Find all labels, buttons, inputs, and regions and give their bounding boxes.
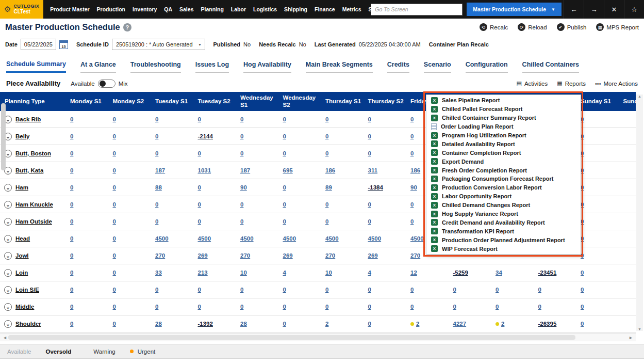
value-link[interactable]: 4500 [410, 235, 424, 242]
forward-icon[interactable]: → [584, 0, 604, 19]
value-link[interactable]: 0 [581, 287, 584, 293]
value-link[interactable]: 0 [368, 304, 371, 310]
report-menu-item-order-loading-plan-report[interactable]: Order Loading Plan Report [426, 122, 581, 131]
activities-button[interactable]: ▤ Activities [516, 80, 548, 87]
value-link[interactable]: 33 [155, 270, 162, 276]
menu-item-inventory[interactable]: Inventory [129, 6, 160, 12]
value-link[interactable]: -1392 [198, 321, 213, 327]
planning-type-label[interactable]: Ham Outside [15, 218, 52, 225]
value-link[interactable]: 270 [410, 252, 420, 259]
value-link[interactable]: 4500 [198, 235, 211, 242]
value-link[interactable]: 0 [410, 150, 414, 156]
value-link[interactable]: 0 [410, 287, 414, 293]
value-link[interactable]: -26395 [538, 321, 557, 327]
app-logo[interactable]: ⚙ CUTLOGIX CLTest [0, 0, 43, 19]
report-menu-item-labor-opportunity-report[interactable]: XLabor Opportunity Report [426, 192, 581, 201]
value-link[interactable]: 0 [70, 321, 73, 327]
value-link[interactable]: 0 [113, 252, 116, 259]
report-menu-item-detailed-availability-report[interactable]: XDetailed Availability Report [426, 139, 581, 148]
value-link[interactable]: 187 [240, 167, 250, 173]
planning-type-label[interactable]: Loin [15, 270, 28, 276]
expand-chevron-icon[interactable]: ⌄ [4, 201, 12, 209]
value-link[interactable]: 0 [368, 150, 371, 156]
menu-item-planning[interactable]: Planning [197, 6, 227, 12]
tab-at-a-glance[interactable]: At a Glance [80, 61, 116, 73]
value-link[interactable]: 0 [198, 287, 201, 293]
value-link[interactable]: 0 [70, 270, 73, 276]
tab-troubleshooting[interactable]: Troubleshooting [130, 61, 181, 73]
publish-button[interactable]: ✔Publish [557, 23, 587, 31]
report-menu-item-production-conversion-labor-report[interactable]: XProduction Conversion Labor Report [426, 183, 581, 192]
value-link[interactable]: 0 [113, 270, 116, 276]
menu-item-logistics[interactable]: Logistics [250, 6, 280, 12]
value-link[interactable]: 0 [283, 133, 286, 139]
value-link[interactable]: 0 [70, 133, 73, 139]
value-link[interactable]: 10 [240, 270, 247, 276]
availability-mix-toggle[interactable] [98, 80, 115, 88]
value-link[interactable]: 0 [155, 201, 158, 208]
value-link[interactable]: 0 [283, 218, 286, 225]
value-link[interactable]: 0 [240, 116, 243, 122]
value-link[interactable]: 88 [155, 184, 162, 191]
menu-item-production[interactable]: Production [93, 6, 129, 12]
expand-chevron-icon[interactable]: ⌄ [4, 320, 12, 328]
value-link[interactable]: 0 [368, 321, 371, 327]
menu-item-system[interactable]: System [365, 6, 371, 12]
value-link[interactable]: 0 [368, 116, 371, 122]
report-menu-item-production-order-planned-adjustment-report[interactable]: XProduction Order Planned Adjustment Rep… [426, 235, 581, 244]
report-menu-item-hog-supply-variance-report[interactable]: XHog Supply Variance Report [426, 210, 581, 218]
value-link[interactable]: 0 [453, 304, 456, 310]
planning-type-label[interactable]: Back Rib [15, 116, 41, 122]
planning-type-label[interactable]: Loin S/E [15, 287, 39, 293]
help-icon[interactable]: ? [123, 23, 131, 31]
report-menu-item-chilled-container-summary-report[interactable]: XChilled Container Summary Report [426, 114, 581, 122]
value-link[interactable]: 0 [240, 133, 243, 139]
planning-type-label[interactable]: Belly [15, 133, 30, 139]
tab-hog-availability[interactable]: Hog Availability [243, 61, 291, 73]
expand-chevron-icon[interactable]: ⌄ [4, 184, 12, 192]
value-link[interactable]: 0 [496, 287, 499, 293]
report-menu-item-credit-demand-and-availability-report[interactable]: XCredit Demand and Availability Report [426, 218, 581, 227]
menu-item-labor[interactable]: Labor [227, 6, 250, 12]
planning-type-label[interactable]: Jowl [15, 252, 29, 259]
value-link[interactable]: 0 [113, 150, 116, 156]
value-link[interactable]: 0 [70, 235, 73, 242]
report-menu-item-container-completion-report[interactable]: XContainer Completion Report [426, 148, 581, 157]
horizontal-scroll-thumb[interactable] [8, 335, 575, 340]
value-link[interactable]: 0 [240, 218, 243, 225]
value-link[interactable]: 0 [155, 218, 158, 225]
value-link[interactable]: 0 [70, 184, 73, 191]
value-link[interactable]: 0 [410, 133, 414, 139]
planning-type-label[interactable]: Middle [15, 304, 34, 310]
mps-report-button[interactable]: ▦MPS Report [596, 23, 639, 31]
close-icon[interactable]: ✕ [604, 0, 624, 19]
value-link[interactable]: 2 [501, 321, 504, 327]
value-link[interactable]: 0 [155, 287, 158, 293]
value-link[interactable]: 0 [70, 201, 73, 208]
more-actions-button[interactable]: ••• More Actions [595, 81, 638, 87]
value-link[interactable]: 0 [325, 201, 328, 208]
value-link[interactable]: 0 [325, 218, 328, 225]
value-link[interactable]: 186 [410, 167, 420, 173]
value-link[interactable]: 34 [496, 270, 502, 276]
value-link[interactable]: 0 [325, 150, 328, 156]
value-link[interactable]: 0 [113, 201, 116, 208]
value-link[interactable]: 0 [113, 116, 116, 122]
value-link[interactable]: 0 [283, 201, 286, 208]
menu-item-sales[interactable]: Sales [176, 6, 197, 12]
value-link[interactable]: 0 [325, 304, 328, 310]
planning-type-label[interactable]: Head [15, 235, 30, 242]
container-plan-recalc-link[interactable]: Container Plan Recalc [429, 41, 489, 48]
tab-configuration[interactable]: Configuration [466, 61, 508, 73]
value-link[interactable]: 0 [453, 287, 456, 293]
report-menu-item-transformation-kpi-report[interactable]: XTransformation KPI Report [426, 227, 581, 235]
value-link[interactable]: 0 [283, 304, 286, 310]
vertical-scroll-thumb[interactable] [1, 103, 6, 170]
menu-item-metrics[interactable]: Metrics [339, 6, 365, 12]
value-link[interactable]: 0 [496, 304, 499, 310]
value-link[interactable]: 695 [283, 167, 293, 173]
value-link[interactable]: 0 [113, 167, 116, 173]
planning-type-label[interactable]: Butt, Kata [15, 167, 43, 173]
value-link[interactable]: 0 [70, 218, 73, 225]
value-link[interactable]: 270 [240, 252, 250, 259]
